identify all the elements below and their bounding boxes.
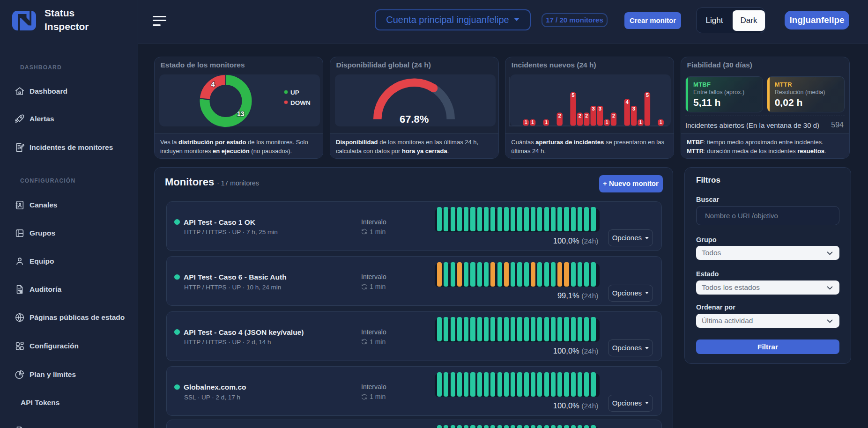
svg-text:2: 2 <box>558 113 561 118</box>
svg-text:3: 3 <box>599 106 601 111</box>
svg-text:1: 1 <box>639 119 642 125</box>
svg-text:DOWN: DOWN <box>290 99 311 106</box>
svg-text:2: 2 <box>612 113 615 118</box>
svg-text:5: 5 <box>572 92 575 98</box>
svg-text:13: 13 <box>237 110 245 118</box>
svg-text:1: 1 <box>545 119 548 125</box>
svg-text:UP: UP <box>290 89 299 96</box>
svg-text:67.8%: 67.8% <box>400 113 429 125</box>
svg-text:2: 2 <box>579 113 581 118</box>
svg-text:3: 3 <box>632 106 635 111</box>
svg-text:4: 4 <box>626 99 629 105</box>
svg-text:1: 1 <box>606 119 608 125</box>
svg-text:3: 3 <box>592 106 595 111</box>
svg-text:4: 4 <box>211 81 215 88</box>
svg-text:1: 1 <box>525 119 527 125</box>
svg-text:1: 1 <box>660 119 662 125</box>
svg-text:5: 5 <box>646 92 649 98</box>
svg-text:1: 1 <box>531 119 534 125</box>
svg-text:2: 2 <box>586 113 588 118</box>
